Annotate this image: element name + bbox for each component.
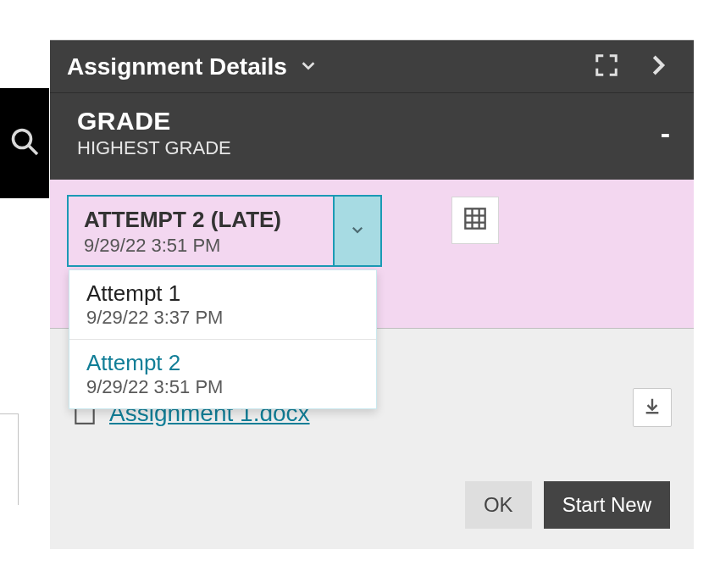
attempt-option-date: 9/29/22 3:51 PM	[86, 376, 359, 398]
attempt-caret[interactable]	[333, 197, 380, 265]
expand-icon[interactable]	[594, 53, 619, 81]
grade-label: GRADE	[77, 107, 661, 136]
panel-header: Assignment Details	[50, 41, 694, 93]
start-new-button[interactable]: Start New	[544, 481, 670, 529]
chevron-down-icon	[350, 222, 365, 241]
footer-buttons: OK Start New	[465, 481, 670, 529]
svg-point-0	[14, 130, 31, 148]
grade-section: GRADE HIGHEST GRADE -	[50, 93, 694, 180]
attempt-dropdown: Attempt 1 9/29/22 3:37 PM Attempt 2 9/29…	[69, 269, 377, 409]
side-panel-sliver	[0, 413, 19, 505]
svg-rect-2	[465, 208, 485, 228]
attempt-option[interactable]: Attempt 1 9/29/22 3:37 PM	[69, 270, 376, 340]
ok-button[interactable]: OK	[465, 481, 532, 529]
download-icon	[643, 397, 662, 419]
attempt-option-title: Attempt 1	[86, 280, 359, 307]
rubric-icon	[463, 207, 487, 234]
left-rail	[0, 88, 49, 198]
grade-value: -	[661, 117, 670, 150]
chevron-down-icon	[299, 53, 318, 80]
panel-title-group[interactable]: Assignment Details	[67, 53, 594, 80]
rubric-button[interactable]	[451, 197, 499, 244]
attempt-current-title: ATTEMPT 2 (LATE)	[84, 207, 318, 233]
search-icon[interactable]	[9, 126, 40, 160]
attempt-selector[interactable]: ATTEMPT 2 (LATE) 9/29/22 3:51 PM Attempt…	[67, 195, 382, 267]
download-button[interactable]	[633, 388, 672, 427]
attempt-option-date: 9/29/22 3:37 PM	[86, 307, 359, 329]
attempt-option-title: Attempt 2	[86, 350, 359, 376]
svg-line-1	[29, 146, 38, 155]
panel-title: Assignment Details	[67, 53, 287, 80]
attempt-section: ATTEMPT 2 (LATE) 9/29/22 3:51 PM Attempt…	[50, 180, 694, 329]
grade-sublabel: HIGHEST GRADE	[77, 137, 661, 159]
chevron-right-icon[interactable]	[645, 53, 670, 81]
attempt-option[interactable]: Attempt 2 9/29/22 3:51 PM	[69, 340, 376, 408]
assignment-panel: Assignment Details GRADE HIGHEST GRADE -	[50, 40, 694, 549]
attempt-selector-button[interactable]: ATTEMPT 2 (LATE) 9/29/22 3:51 PM	[69, 197, 380, 265]
attempt-current-date: 9/29/22 3:51 PM	[84, 235, 318, 257]
